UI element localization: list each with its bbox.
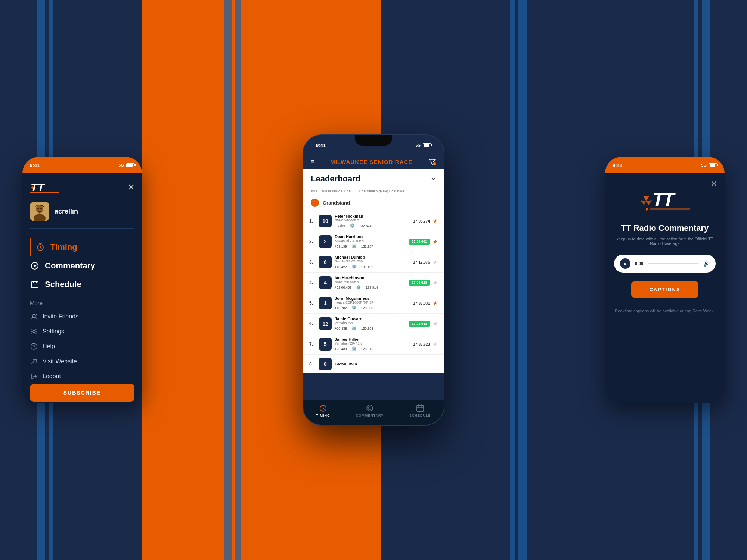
rider-6-laptime: 17:21.643 — [409, 321, 430, 327]
rider-2-star[interactable]: ★ — [433, 239, 438, 245]
commentary-label: Commentary — [45, 261, 95, 271]
rider-4-star[interactable]: ★ — [433, 280, 438, 286]
sub-website[interactable]: Visit Website — [30, 354, 134, 369]
bike-icon-4: ⚙️ — [356, 285, 361, 290]
leaderboard-dropdown[interactable] — [430, 176, 436, 182]
rider-4-info: Ian Hutchinson BMW M1000RR +02:00.457 ⚙️… — [335, 276, 406, 290]
close-button-right[interactable]: ✕ — [711, 179, 717, 188]
rider-1-name: Peter Hickman — [335, 214, 410, 218]
rider-3-stats: +18.427 ⚙️ 131.492 — [335, 264, 410, 269]
rider-3-star[interactable]: ★ — [433, 259, 438, 265]
race-header: ≡ MILWAUKEE SENIOR RACE — [303, 154, 444, 169]
schedule-nav-label: SCHEDULE — [409, 414, 431, 417]
filter-icon[interactable] — [428, 158, 436, 166]
commentary-description: keep up to date with all the action from… — [614, 237, 716, 246]
rider-2-diff: +39.199 — [335, 245, 347, 248]
rider-3-number: 6 — [319, 256, 332, 268]
help-label: Help — [43, 343, 55, 350]
right-battery-icon — [709, 163, 717, 167]
sub-help[interactable]: Help — [30, 339, 134, 354]
nav-timing[interactable]: Timing — [30, 238, 134, 256]
svg-text:TT: TT — [652, 189, 676, 210]
rider-8-number: 8 — [319, 358, 332, 370]
audio-time: 0:00 — [635, 261, 643, 266]
commentary-nav-label: COMMENTARY — [356, 414, 384, 417]
logout-icon — [30, 372, 38, 380]
bike-icon-3: ⚙️ — [351, 264, 357, 269]
rider-4-diff: +02:00.457 — [335, 286, 351, 289]
rider-6-star[interactable]: ★ — [433, 321, 438, 327]
bottom-nav-timing[interactable]: TIMING — [316, 404, 330, 417]
right-phone-commentary: 9:41 5G ✕ TT — [605, 157, 725, 403]
rider-1-star[interactable]: ★ — [433, 218, 438, 224]
rider-4-number: 4 — [319, 276, 332, 289]
rider-3-bike: Suzuki GSXR1000 — [335, 259, 410, 263]
play-button[interactable]: ▶ — [620, 258, 630, 269]
schedule-label: Schedule — [45, 280, 81, 289]
right-status-bar: 9:41 5G — [605, 157, 725, 173]
rider-4-bike: BMW M1000RR — [335, 280, 406, 284]
rider-1-bike: BMW M1000RR — [335, 218, 410, 222]
bottom-nav-commentary[interactable]: COMMENTARY — [356, 404, 384, 417]
svg-rect-27 — [369, 407, 371, 409]
right-signal: 5G — [701, 163, 707, 167]
invite-label: Invite Friends — [43, 313, 78, 320]
rider-7-number: 5 — [319, 338, 332, 351]
grandstand-label: Grandstand — [323, 200, 350, 206]
rider-3-speed: 131.492 — [361, 265, 374, 269]
tt-logo-left: TT — [30, 181, 60, 194]
rider-5-star[interactable]: ★ — [433, 300, 438, 306]
rider-5-speed: 128.988 — [361, 306, 374, 310]
nav-schedule[interactable]: Schedule — [30, 275, 134, 294]
commentary-icon — [30, 261, 40, 271]
captions-note: Real-time captions will be available dur… — [615, 308, 715, 314]
rider-8-name: Glenn Irwin — [335, 362, 438, 366]
rider-1-diff: Leader — [335, 224, 345, 228]
avatar — [30, 202, 49, 221]
hamburger-icon[interactable]: ≡ — [311, 158, 315, 166]
schedule-icon — [30, 280, 40, 289]
rider-7-name: James Hillier — [335, 337, 410, 342]
tt-logo-right: TT — [639, 188, 691, 214]
rider-7-laptime: 17:33.623 — [413, 342, 430, 346]
rider-1-laptime-area: 17:03.774 — [413, 219, 430, 223]
rider-2-info: Dean Harrison Kawasaki ZX-10RR +39.199 ⚙… — [335, 234, 406, 249]
progress-bar[interactable] — [648, 263, 699, 264]
menu-header: TT ✕ — [30, 181, 134, 194]
rider-2-speed: 132.787 — [361, 245, 374, 248]
more-label: More — [30, 300, 134, 306]
rider-7-laptime-area: 17:33.623 — [413, 342, 430, 346]
close-button-left[interactable]: ✕ — [128, 183, 134, 192]
rider-row-5: 5. 1 John Mcguinness Honda CBR1000RR-R S… — [303, 293, 444, 314]
nav-commentary[interactable]: Commentary — [30, 256, 134, 275]
rider-6-speed: 130.398 — [361, 327, 374, 330]
captions-button[interactable]: CAPTIONS — [631, 281, 698, 298]
rider-3-pos: 3. — [309, 259, 316, 265]
bottom-nav-schedule[interactable]: SCHEDULE — [409, 404, 431, 417]
rider-6-pos: 6. — [309, 321, 316, 326]
rider-8-info: Glenn Irwin — [335, 362, 438, 366]
rider-3-laptime-area: 17:12.976 — [413, 260, 430, 264]
left-signal: 5G — [118, 163, 124, 167]
rider-3-info: Michael Dunlop Suzuki GSXR1000 +18.427 ⚙… — [335, 255, 410, 269]
rider-1-laptime: 17:03.774 — [413, 219, 430, 223]
rider-4-stats: +02:00.457 ⚙️ 129.914 — [335, 285, 406, 290]
rider-7-star[interactable]: ★ — [433, 341, 438, 347]
sub-invite[interactable]: Invite Friends — [30, 309, 134, 324]
col-lap: LAP — [344, 190, 359, 193]
volume-icon[interactable]: 🔊 — [703, 261, 710, 267]
leaderboard-header: Leaderboard — [303, 169, 444, 188]
rider-row-3: 3. 6 Michael Dunlop Suzuki GSXR1000 +18.… — [303, 252, 444, 273]
rider-row-6: 6. 12 Jamie Coward Yamaha YZF-R1 +00.438… — [303, 314, 444, 334]
svg-point-15 — [32, 314, 35, 317]
rider-6-name: Jamie Coward — [335, 317, 406, 321]
rider-2-laptime: 17:02.901 — [409, 239, 430, 245]
sub-logout[interactable]: Logout — [30, 369, 134, 384]
play-icon: ▶ — [624, 262, 627, 266]
sub-settings[interactable]: Settings — [30, 324, 134, 339]
subscribe-button[interactable]: SUBSCRIBE — [30, 384, 134, 402]
chevron-down-icon — [430, 176, 436, 182]
left-phone-menu: 9:41 5G TT ✕ — [22, 157, 142, 403]
left-status-bar: 9:41 5G — [22, 157, 142, 173]
rider-4-name: Ian Hutchinson — [335, 276, 406, 280]
